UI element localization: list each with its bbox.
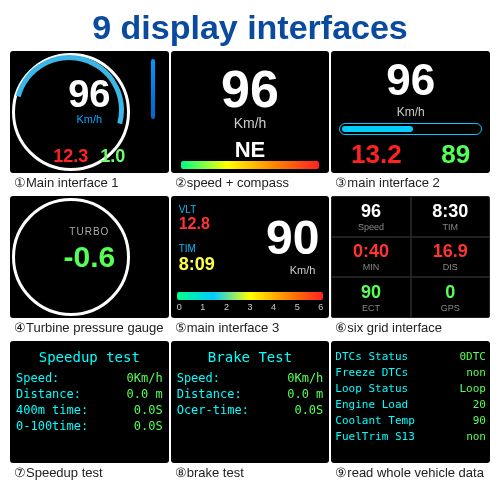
row-value: 0DTC <box>460 350 487 363</box>
speedup-rows: Speed:0Km/hDistance:0.0 m400m time:0.0S0… <box>16 371 163 433</box>
spectrum-bar <box>181 161 320 169</box>
test-row: Speed:0Km/h <box>177 371 324 385</box>
brake-header: Brake Test <box>177 349 324 365</box>
readout-red: 13.2 <box>351 139 402 170</box>
caption-4: ④Turbine pressure gauge <box>14 320 169 335</box>
test-row: Speed:0Km/h <box>16 371 163 385</box>
scale-tick: 6 <box>318 302 323 312</box>
scale-bar: 0123456 <box>177 292 324 314</box>
row-key: Coolant Temp <box>335 414 414 427</box>
page-title: 9 display interfaces <box>0 0 500 51</box>
row-key: 0-100time: <box>16 419 88 433</box>
row-key: Distance: <box>16 387 81 401</box>
speed-value: 96 <box>331 55 490 105</box>
row-value: non <box>466 430 486 443</box>
readout-red: 12.3 <box>53 146 88 166</box>
scale-tick: 4 <box>271 302 276 312</box>
test-row: Ocer-time:0.0S <box>177 403 324 417</box>
scale-tick: 3 <box>247 302 252 312</box>
caption-7: ⑦Speedup test <box>14 465 169 480</box>
panel-speedup: Speedup test Speed:0Km/hDistance:0.0 m40… <box>10 341 169 463</box>
caption-6: ⑥six grid interface <box>335 320 490 335</box>
cell-label: DIS <box>443 262 458 272</box>
panel-speed-compass: 96 Km/h NE <box>171 51 330 173</box>
data-row: Engine Load20 <box>335 398 486 411</box>
panel-main-2: 96 Km/h 13.2 89 <box>331 51 490 173</box>
scale-tick: 2 <box>224 302 229 312</box>
compass-direction: NE <box>171 137 330 163</box>
vlt-label: VLT <box>179 204 215 215</box>
cell-value: 0 <box>445 282 455 303</box>
speed-value: 90 <box>266 210 319 265</box>
cell-value: 90 <box>361 282 381 303</box>
test-row: 0-100time:0.0S <box>16 419 163 433</box>
row-value: 0.0S <box>294 403 323 417</box>
cell-turbine: TURBO -0.6 ④Turbine pressure gauge <box>10 196 169 339</box>
bottom-readout: 13.2 89 <box>331 139 490 170</box>
row-key: Freeze DTCs <box>335 366 408 379</box>
speed-value: 96 <box>171 59 330 119</box>
cell-speed-compass: 96 Km/h NE ②speed + compass <box>171 51 330 194</box>
panel-main-3: VLT 12.8 TIM 8:09 90 Km/h 0123456 <box>171 196 330 318</box>
speed-unit: Km/h <box>171 115 330 131</box>
grid-cell: 16.9DIS <box>411 237 490 278</box>
data-row: Loop StatusLoop <box>335 382 486 395</box>
turbo-value: -0.6 <box>10 240 169 274</box>
cell-main-1: 96 Km/h 12.31.0 ①Main interface 1 <box>10 51 169 194</box>
panel-six-grid: 96Speed8:30TIM0:40MIN16.9DIS90ECT0GPS <box>331 196 490 318</box>
data-row: Coolant Temp90 <box>335 414 486 427</box>
cell-value: 16.9 <box>433 241 468 262</box>
data-row: DTCs Status0DTC <box>335 350 486 363</box>
grid-cell: 96Speed <box>331 196 410 237</box>
cell-value: 0:40 <box>353 241 389 262</box>
cell-main-2: 96 Km/h 13.2 89 ③main interface 2 <box>331 51 490 194</box>
cell-label: GPS <box>441 303 460 313</box>
cell-vehicle-data: DTCs Status0DTCFreeze DTCsnonLoop Status… <box>331 341 490 484</box>
caption-8: ⑧brake test <box>175 465 330 480</box>
row-value: 0Km/h <box>287 371 323 385</box>
panel-main-1: 96 Km/h 12.31.0 <box>10 51 169 173</box>
panel-vehicle-data: DTCs Status0DTCFreeze DTCsnonLoop Status… <box>331 341 490 463</box>
row-value: 20 <box>473 398 486 411</box>
caption-9: ⑨read whole vehicle data <box>335 465 490 480</box>
scale-tick: 5 <box>295 302 300 312</box>
display-grid: 96 Km/h 12.31.0 ①Main interface 1 96 Km/… <box>0 51 500 484</box>
grid-cell: 8:30TIM <box>411 196 490 237</box>
row-key: 400m time: <box>16 403 88 417</box>
row-value: 0.0 m <box>127 387 163 401</box>
vlt-value: 12.8 <box>179 215 215 233</box>
row-key: Engine Load <box>335 398 408 411</box>
caption-1: ①Main interface 1 <box>14 175 169 190</box>
row-value: 0.0S <box>134 403 163 417</box>
cell-label: MIN <box>363 262 380 272</box>
cell-value: 8:30 <box>432 201 468 222</box>
cell-brake: Brake Test Speed:0Km/hDistance:0.0 mOcer… <box>171 341 330 484</box>
row-key: Distance: <box>177 387 242 401</box>
cell-label: TIM <box>443 222 459 232</box>
row-value: Loop <box>460 382 487 395</box>
bottom-readout: 12.31.0 <box>10 146 169 167</box>
speed-unit: Km/h <box>331 105 490 119</box>
scale-ticks: 0123456 <box>177 302 324 312</box>
cell-value: 96 <box>361 201 381 222</box>
scale-tick: 1 <box>200 302 205 312</box>
left-readouts: VLT 12.8 TIM 8:09 <box>179 204 215 275</box>
test-row: Distance:0.0 m <box>16 387 163 401</box>
row-key: Speed: <box>16 371 59 385</box>
row-value: 0.0S <box>134 419 163 433</box>
cell-main-3: VLT 12.8 TIM 8:09 90 Km/h 0123456 ⑤main … <box>171 196 330 339</box>
test-row: 400m time:0.0S <box>16 403 163 417</box>
tim-label: TIM <box>179 243 215 254</box>
caption-5: ⑤main interface 3 <box>175 320 330 335</box>
cell-label: ECT <box>362 303 380 313</box>
speed-unit: Km/h <box>290 264 316 276</box>
panel-brake: Brake Test Speed:0Km/hDistance:0.0 mOcer… <box>171 341 330 463</box>
row-value: non <box>466 366 486 379</box>
row-key: DTCs Status <box>335 350 408 363</box>
test-row: Distance:0.0 m <box>177 387 324 401</box>
row-key: Loop Status <box>335 382 408 395</box>
row-value: 0Km/h <box>127 371 163 385</box>
cell-label: Speed <box>358 222 384 232</box>
row-key: Ocer-time: <box>177 403 249 417</box>
tim-value: 8:09 <box>179 254 215 275</box>
